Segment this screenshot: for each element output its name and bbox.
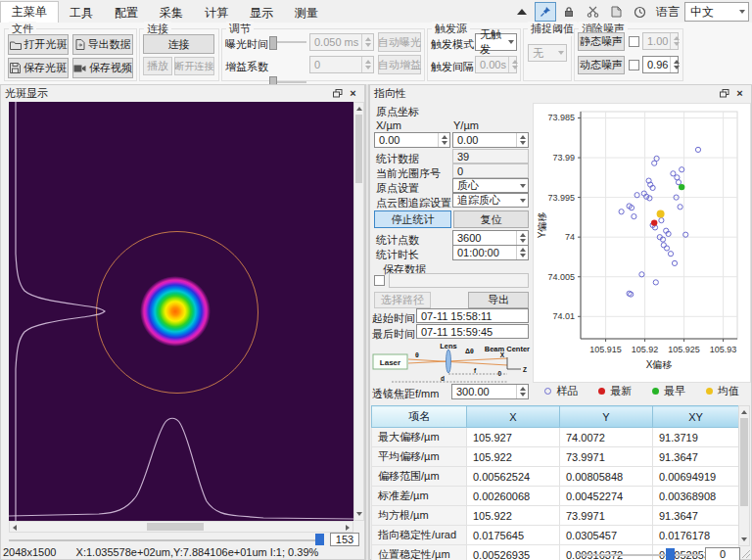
image-vertical-scrollbar[interactable] [353, 102, 364, 521]
language-select[interactable]: 中文 [684, 2, 749, 22]
menu-tab[interactable]: 计算 [194, 3, 239, 23]
stats-table: 项名XYXY 最大偏移/µm105.92774.007291.3719平均偏移/… [371, 405, 739, 560]
save-spot-label: 保存光斑 [24, 61, 67, 75]
cloud-track-select[interactable]: 追踪质心 [452, 193, 529, 208]
metric-value-cell: 0.0175645 [467, 526, 560, 545]
svg-text:105.915: 105.915 [589, 345, 622, 354]
gray-threshold-slider[interactable] [9, 534, 324, 545]
table-row[interactable]: 指向稳定性/urad0.01756450.03054570.0176178 [372, 526, 739, 545]
table-header-cell[interactable]: XY [653, 406, 739, 428]
cloud-track-label: 点云图追踪设置 [376, 196, 451, 210]
exposure-spinbox[interactable]: 0.050 ms [309, 33, 374, 51]
stat-count-label: 统计数据 [376, 152, 419, 166]
reset-button[interactable]: 复位 [453, 210, 529, 228]
export-label: 导出 [488, 293, 509, 307]
static-noise-button[interactable]: 静态噪声 [578, 32, 625, 51]
legend-marker-icon [598, 388, 605, 395]
start-time-field[interactable]: 07-11 15:58:11 [416, 308, 529, 323]
menu-tab[interactable]: 显示 [239, 3, 284, 23]
lock-icon[interactable] [558, 2, 580, 22]
trigger-group-label: 触发源 [432, 22, 470, 36]
end-time-field[interactable]: 07-11 15:59:45 [416, 324, 529, 339]
export-button[interactable]: 导出 [468, 292, 529, 308]
diagram-origin-label: 0 [497, 370, 501, 377]
menu-tab[interactable]: 测量 [284, 3, 329, 23]
stat-points-spinbox[interactable]: 3600 [452, 230, 529, 246]
dynamic-noise-value: 0.96 [647, 59, 668, 70]
clock-icon[interactable] [629, 2, 650, 22]
static-noise-checkbox[interactable] [629, 36, 639, 47]
auto-exposure-button[interactable]: 自动曝光 [378, 32, 421, 52]
image-horizontal-scrollbar[interactable] [9, 521, 353, 533]
svg-text:105.93: 105.93 [710, 345, 737, 354]
menu-tab[interactable]: 采集 [149, 3, 194, 23]
table-row[interactable]: 偏移范围/µm0.005625240.008058480.00694919 [372, 467, 739, 487]
pin-icon[interactable] [535, 2, 556, 22]
dynamic-noise-checkbox[interactable] [629, 60, 639, 70]
table-row[interactable]: 平均偏移/µm105.92273.997191.3647 [372, 447, 739, 467]
start-time-label: 起始时间 [372, 311, 415, 326]
play-button[interactable]: 播放 [143, 57, 172, 75]
disconnect-button[interactable]: 断开连接 [174, 57, 214, 75]
origin-y-spinbox[interactable]: 0.00 [452, 132, 529, 148]
menu-tab[interactable]: 主菜单 [0, 1, 59, 23]
float-panel-icon[interactable] [330, 86, 345, 100]
dynamic-noise-label: 动态噪声 [580, 58, 623, 72]
save-path-field[interactable] [389, 273, 529, 288]
stop-statistics-button[interactable]: 停止统计 [374, 210, 451, 228]
metric-value-cell: 105.922 [467, 506, 560, 526]
focal-length-spinbox[interactable]: 300.00 [451, 384, 529, 399]
resize-grip-icon[interactable] [740, 548, 750, 558]
table-row[interactable]: 最大偏移/µm105.92774.007291.3719 [372, 428, 739, 447]
collapse-toolbar-icon[interactable] [511, 2, 533, 22]
optics-diagram: Laser Lens θ Δθ Beam Center X Z 0 f d [372, 342, 531, 387]
capture-threshold-select[interactable]: 无 [528, 44, 567, 62]
table-row[interactable]: 均方根/µm105.92273.997191.3647 [372, 506, 739, 526]
trigger-mode-select[interactable]: 无触发 [475, 33, 517, 51]
metric-value-cell: 0.00562524 [467, 467, 560, 487]
float-panel-icon[interactable] [717, 86, 731, 100]
table-header-cell[interactable]: Y [560, 406, 653, 428]
origin-x-spinbox[interactable]: 0.00 [374, 132, 450, 148]
export-data-button[interactable]: 导出数据 [72, 34, 133, 55]
table-vertical-scrollbar[interactable] [738, 405, 750, 546]
table-header-cell[interactable]: X [467, 406, 560, 428]
trigger-interval-spinbox[interactable]: 0.00s [475, 56, 517, 73]
save-spot-button[interactable]: 保存光斑 [8, 58, 69, 78]
save-layout-icon[interactable] [605, 2, 627, 22]
stats-table-body: 最大偏移/µm105.92774.007291.3719平均偏移/µm105.9… [372, 428, 739, 560]
gain-spinbox[interactable]: 0 [309, 56, 374, 73]
table-row[interactable]: 标准差/µm0.002600680.004522740.00368908 [372, 487, 739, 506]
stat-points-label: 统计点数 [376, 233, 419, 248]
scissors-icon[interactable] [582, 2, 603, 22]
dynamic-noise-spinbox[interactable]: 0.96 [642, 56, 679, 73]
svg-text:X偏移: X偏移 [646, 359, 673, 370]
metric-value-cell: 0.00368908 [653, 487, 739, 506]
close-panel-icon[interactable]: × [732, 86, 747, 100]
static-noise-spinbox[interactable]: 1.00 [642, 32, 679, 50]
menu-tab[interactable]: 工具 [59, 3, 104, 23]
beam-image-canvas[interactable] [9, 102, 353, 521]
dynamic-noise-button[interactable]: 动态噪声 [578, 56, 625, 74]
connect-button[interactable]: 连接 [143, 34, 214, 54]
save-data-checkbox[interactable] [374, 275, 385, 286]
aperture-index-label: 当前光圈序号 [376, 166, 441, 181]
origin-setting-select[interactable]: 质心 [452, 178, 529, 193]
open-spot-button[interactable]: 打开光斑 [8, 34, 69, 55]
close-panel-icon[interactable]: × [346, 86, 360, 100]
history-slider[interactable] [578, 548, 701, 560]
table-header-cell[interactable]: 项名 [372, 406, 467, 428]
titlebar-icon-strip: 语言 中文 [511, 2, 749, 22]
open-spot-label: 打开光斑 [24, 37, 68, 52]
horizontal-profile-curve [9, 418, 353, 519]
stat-duration-spinbox[interactable]: 01:00:00 [452, 245, 529, 260]
menu-tab[interactable]: 配置 [104, 3, 149, 23]
exposure-slider[interactable] [269, 33, 306, 51]
diagram-laser-label: Laser [380, 358, 400, 367]
choose-path-button[interactable]: 选择路径 [374, 292, 431, 308]
svg-text:Y偏移: Y偏移 [537, 212, 547, 239]
auto-gain-button[interactable]: 自动增益 [378, 55, 421, 74]
metric-name-cell: 偏移范围/µm [372, 467, 467, 487]
trigger-group: 触发源 触发模式 无触发 触发间隔 0.00s [427, 28, 521, 81]
save-video-button[interactable]: 保存视频 [72, 58, 133, 78]
